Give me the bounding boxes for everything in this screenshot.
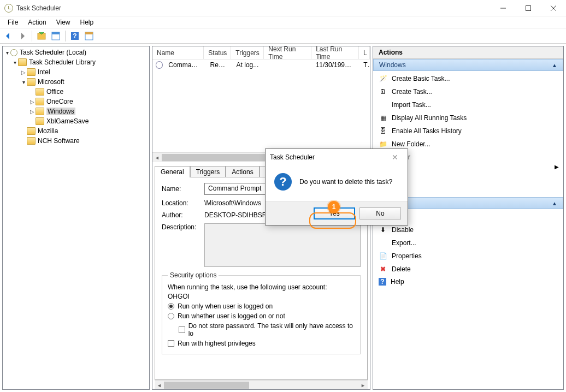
window-title: Task Scheduler [16,4,61,12]
task-l: T [359,61,370,69]
author-label: Author: [162,211,204,219]
security-user: OHGOI [168,293,355,300]
svg-rect-1 [526,5,531,10]
check-nopass[interactable]: Do not store password. The task will onl… [179,322,355,337]
section-windows[interactable]: Windows▲ [373,59,563,71]
toolbar-icon-2[interactable] [50,30,62,42]
svg-text:?: ? [73,32,76,40]
col-last[interactable]: Last Run Time [311,46,359,59]
security-text: When running the task, use the following… [168,283,355,291]
history-icon: 🗄 [379,127,387,135]
task-triggers: At log... [232,61,263,69]
tree-mozilla[interactable]: Mozilla [4,126,148,136]
no-button[interactable]: No [359,207,401,219]
col-l[interactable]: L [359,46,370,59]
dialog-message: Do you want to delete this task? [299,178,392,186]
dialog-close-button[interactable]: ✕ [387,153,403,162]
task-row[interactable]: Command P... Ready At log... 11/30/1999 … [152,60,370,70]
action-export[interactable]: Export... [373,236,563,250]
task-icon: 🗓 [379,87,387,96]
tab-triggers[interactable]: Triggers [190,166,226,177]
tab-actions[interactable]: Actions [226,166,259,177]
question-icon: ? [274,173,292,191]
properties-icon: 📄 [379,252,387,260]
action-running[interactable]: ▦Display All Running Tasks [373,111,563,124]
tree-nch[interactable]: NCH Software [4,136,148,146]
task-name: Command P... [164,61,205,69]
tree-root[interactable]: Task Scheduler (Local) [4,47,148,57]
menu-action[interactable]: Action [23,17,50,27]
task-status: Ready [206,61,232,69]
action-create-task[interactable]: 🗓Create Task... [373,85,563,98]
import-icon [379,100,387,109]
description-field[interactable] [204,223,361,267]
close-button[interactable] [541,0,566,16]
toolbar-icon-3[interactable] [83,30,95,42]
check-highest[interactable]: Run with highest privileges [168,340,355,347]
action-delete[interactable]: ✖Delete [373,263,563,276]
col-next[interactable]: Next Run Time [264,46,311,59]
col-status[interactable]: Status [204,46,231,59]
col-triggers[interactable]: Triggers [231,46,264,59]
back-button[interactable] [2,30,14,42]
action-properties[interactable]: 📄Properties [373,250,563,263]
security-options: Security options When running the task, … [162,271,361,354]
location-label: Location: [162,199,204,207]
menu-view[interactable]: View [52,17,75,27]
maximize-button[interactable] [516,0,541,16]
details-hscroll[interactable]: ◄► [155,380,368,389]
help-icon[interactable]: ? [69,30,81,42]
forward-button[interactable] [16,30,28,42]
app-icon [4,4,13,13]
tree-library[interactable]: Task Scheduler Library [4,57,148,67]
tree-xblgamesave[interactable]: XblGameSave [4,116,148,126]
tab-general[interactable]: General [155,166,190,177]
action-create-basic[interactable]: 🪄Create Basic Task... [373,72,563,85]
tree-microsoft[interactable]: Microsoft [4,77,148,87]
radio-whether[interactable]: Run whether user is logged on or not [168,312,355,320]
toolbar-icon-1[interactable] [36,30,48,42]
wizard-icon: 🪄 [379,74,387,83]
export-icon [379,239,387,247]
name-label: Name: [162,185,204,193]
tree-pane: Task Scheduler (Local) Task Scheduler Li… [2,46,150,390]
menu-help[interactable]: Help [76,17,98,27]
tree-onecore[interactable]: OneCore [4,97,148,106]
radio-logged-on[interactable]: Run only when user is logged on [168,302,355,310]
annotation-marker-1: 1 [328,201,340,213]
menubar: File Action View Help [0,16,566,28]
tree-office[interactable]: Office [4,87,148,97]
dialog-title: Task Scheduler [270,153,315,161]
task-icon [156,61,163,69]
toolbar: ? [0,28,566,44]
newfolder-icon: 📁 [379,140,387,149]
action-history[interactable]: 🗄Enable All Tasks History [373,124,563,138]
description-label: Description: [162,223,204,231]
tree-windows[interactable]: Windows [4,106,148,116]
minimize-button[interactable] [491,0,516,16]
action-help[interactable]: ?Help [373,276,563,288]
task-last: 11/30/1999 ... [311,61,359,69]
actions-header: Actions [373,46,563,59]
running-icon: ▦ [379,114,387,122]
window-titlebar: Task Scheduler [0,0,566,16]
security-legend: Security options [168,271,219,279]
col-name[interactable]: Name [152,46,204,59]
menu-file[interactable]: File [3,17,22,27]
list-header: Name Status Triggers Next Run Time Last … [152,46,370,60]
delete-icon: ✖ [379,265,387,274]
help-icon: ? [379,278,386,286]
tree-intel[interactable]: Intel [4,67,148,77]
action-import[interactable]: Import Task... [373,98,563,111]
confirm-dialog: Task Scheduler ✕ ? Do you want to delete… [265,149,408,225]
svg-rect-10 [85,32,93,34]
svg-rect-6 [52,32,60,34]
disable-icon: ⬇ [379,225,387,234]
